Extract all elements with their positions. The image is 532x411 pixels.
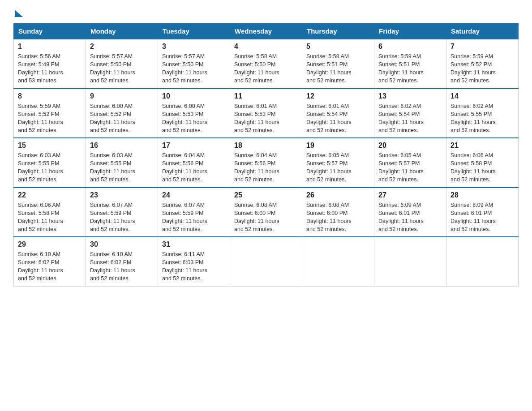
calendar-cell: 1 Sunrise: 5:56 AMSunset: 5:49 PMDayligh… — [14, 39, 86, 89]
day-info: Sunrise: 5:58 AMSunset: 5:51 PMDaylight:… — [306, 53, 352, 84]
day-number: 13 — [378, 92, 442, 100]
day-number: 6 — [378, 43, 442, 51]
day-number: 20 — [378, 141, 442, 150]
calendar-week-row: 15 Sunrise: 6:03 AMSunset: 5:55 PMDaylig… — [14, 138, 519, 188]
calendar-cell: 25 Sunrise: 6:08 AMSunset: 6:00 PMDaylig… — [230, 188, 302, 237]
day-info: Sunrise: 6:07 AMSunset: 5:59 PMDaylight:… — [162, 202, 207, 232]
calendar-cell: 14 Sunrise: 6:02 AMSunset: 5:55 PMDaylig… — [446, 89, 519, 138]
calendar-week-row: 8 Sunrise: 5:59 AMSunset: 5:52 PMDayligh… — [14, 89, 519, 138]
calendar-cell — [446, 237, 519, 286]
weekday-header-monday: Monday — [86, 24, 158, 39]
day-number: 26 — [306, 191, 370, 199]
calendar-table: SundayMondayTuesdayWednesdayThursdayFrid… — [13, 23, 519, 287]
calendar-cell: 15 Sunrise: 6:03 AMSunset: 5:55 PMDaylig… — [14, 138, 86, 188]
day-info: Sunrise: 6:06 AMSunset: 5:58 PMDaylight:… — [18, 202, 63, 232]
day-number: 1 — [18, 43, 82, 51]
day-number: 9 — [90, 92, 154, 100]
calendar-cell: 29 Sunrise: 6:10 AMSunset: 6:02 PMDaylig… — [14, 237, 86, 286]
day-info: Sunrise: 5:59 AMSunset: 5:52 PMDaylight:… — [450, 53, 496, 84]
calendar-cell: 7 Sunrise: 5:59 AMSunset: 5:52 PMDayligh… — [446, 39, 519, 89]
day-number: 2 — [90, 43, 154, 51]
calendar-cell: 27 Sunrise: 6:09 AMSunset: 6:01 PMDaylig… — [374, 188, 446, 237]
weekday-header-wednesday: Wednesday — [230, 24, 302, 39]
day-info: Sunrise: 6:01 AMSunset: 5:54 PMDaylight:… — [306, 103, 352, 133]
day-number: 18 — [234, 141, 298, 150]
day-number: 28 — [450, 191, 514, 199]
weekday-header-thursday: Thursday — [302, 24, 374, 39]
calendar-cell: 16 Sunrise: 6:03 AMSunset: 5:55 PMDaylig… — [86, 138, 158, 188]
calendar-cell: 18 Sunrise: 6:04 AMSunset: 5:56 PMDaylig… — [230, 138, 302, 188]
day-info: Sunrise: 5:57 AMSunset: 5:50 PMDaylight:… — [90, 53, 135, 84]
calendar-header: SundayMondayTuesdayWednesdayThursdayFrid… — [14, 24, 519, 39]
day-number: 23 — [90, 191, 154, 199]
day-number: 12 — [306, 92, 370, 100]
day-info: Sunrise: 6:00 AMSunset: 5:52 PMDaylight:… — [90, 103, 135, 133]
day-number: 15 — [18, 141, 82, 150]
day-number: 24 — [162, 191, 226, 199]
calendar-cell — [302, 237, 374, 286]
day-number: 22 — [18, 191, 82, 199]
calendar-cell: 19 Sunrise: 6:05 AMSunset: 5:57 PMDaylig… — [302, 138, 374, 188]
day-info: Sunrise: 6:05 AMSunset: 5:57 PMDaylight:… — [306, 152, 352, 183]
day-info: Sunrise: 6:01 AMSunset: 5:53 PMDaylight:… — [234, 103, 279, 133]
day-info: Sunrise: 6:02 AMSunset: 5:55 PMDaylight:… — [450, 103, 496, 133]
day-info: Sunrise: 5:57 AMSunset: 5:50 PMDaylight:… — [162, 53, 207, 84]
day-info: Sunrise: 5:59 AMSunset: 5:52 PMDaylight:… — [18, 103, 63, 133]
day-number: 29 — [18, 240, 82, 248]
day-info: Sunrise: 5:59 AMSunset: 5:51 PMDaylight:… — [378, 53, 424, 84]
day-number: 17 — [162, 141, 226, 150]
weekday-header-tuesday: Tuesday — [158, 24, 230, 39]
calendar-week-row: 29 Sunrise: 6:10 AMSunset: 6:02 PMDaylig… — [14, 237, 519, 286]
weekday-header-sunday: Sunday — [14, 24, 86, 39]
day-number: 25 — [234, 191, 298, 199]
day-info: Sunrise: 6:04 AMSunset: 5:56 PMDaylight:… — [234, 152, 279, 183]
calendar-cell: 4 Sunrise: 5:58 AMSunset: 5:50 PMDayligh… — [230, 39, 302, 89]
day-number: 16 — [90, 141, 154, 150]
day-info: Sunrise: 6:11 AMSunset: 6:03 PMDaylight:… — [162, 251, 207, 282]
day-number: 27 — [378, 191, 442, 199]
day-number: 30 — [90, 240, 154, 248]
day-number: 31 — [162, 240, 226, 248]
day-number: 11 — [234, 92, 298, 100]
day-info: Sunrise: 6:00 AMSunset: 5:53 PMDaylight:… — [162, 103, 207, 133]
day-info: Sunrise: 6:02 AMSunset: 5:54 PMDaylight:… — [378, 103, 424, 133]
calendar-cell: 11 Sunrise: 6:01 AMSunset: 5:53 PMDaylig… — [230, 89, 302, 138]
calendar-cell: 21 Sunrise: 6:06 AMSunset: 5:58 PMDaylig… — [446, 138, 519, 188]
calendar-cell: 17 Sunrise: 6:04 AMSunset: 5:56 PMDaylig… — [158, 138, 230, 188]
calendar-cell: 3 Sunrise: 5:57 AMSunset: 5:50 PMDayligh… — [158, 39, 230, 89]
calendar-cell: 20 Sunrise: 6:05 AMSunset: 5:57 PMDaylig… — [374, 138, 446, 188]
calendar-cell: 12 Sunrise: 6:01 AMSunset: 5:54 PMDaylig… — [302, 89, 374, 138]
calendar-cell: 24 Sunrise: 6:07 AMSunset: 5:59 PMDaylig… — [158, 188, 230, 237]
day-info: Sunrise: 5:58 AMSunset: 5:50 PMDaylight:… — [234, 53, 279, 84]
day-number: 14 — [450, 92, 514, 100]
calendar-cell: 22 Sunrise: 6:06 AMSunset: 5:58 PMDaylig… — [14, 188, 86, 237]
calendar-cell — [374, 237, 446, 286]
calendar-cell: 13 Sunrise: 6:02 AMSunset: 5:54 PMDaylig… — [374, 89, 446, 138]
logo-arrow-icon — [15, 10, 23, 17]
calendar-cell: 5 Sunrise: 5:58 AMSunset: 5:51 PMDayligh… — [302, 39, 374, 89]
day-info: Sunrise: 6:09 AMSunset: 6:01 PMDaylight:… — [450, 202, 496, 232]
day-info: Sunrise: 6:03 AMSunset: 5:55 PMDaylight:… — [90, 152, 135, 183]
day-number: 4 — [234, 43, 298, 51]
calendar-cell: 9 Sunrise: 6:00 AMSunset: 5:52 PMDayligh… — [86, 89, 158, 138]
day-number: 19 — [306, 141, 370, 150]
calendar-cell: 31 Sunrise: 6:11 AMSunset: 6:03 PMDaylig… — [158, 237, 230, 286]
weekday-header-friday: Friday — [374, 24, 446, 39]
calendar-cell: 30 Sunrise: 6:10 AMSunset: 6:02 PMDaylig… — [86, 237, 158, 286]
day-info: Sunrise: 6:08 AMSunset: 6:00 PMDaylight:… — [306, 202, 352, 232]
day-info: Sunrise: 6:07 AMSunset: 5:59 PMDaylight:… — [90, 202, 135, 232]
calendar-cell: 23 Sunrise: 6:07 AMSunset: 5:59 PMDaylig… — [86, 188, 158, 237]
day-number: 7 — [450, 43, 514, 51]
page-header — [13, 9, 519, 15]
weekday-header-row: SundayMondayTuesdayWednesdayThursdayFrid… — [14, 24, 519, 39]
calendar-cell: 8 Sunrise: 5:59 AMSunset: 5:52 PMDayligh… — [14, 89, 86, 138]
calendar-week-row: 1 Sunrise: 5:56 AMSunset: 5:49 PMDayligh… — [14, 39, 519, 89]
day-info: Sunrise: 6:06 AMSunset: 5:58 PMDaylight:… — [450, 152, 496, 183]
day-info: Sunrise: 5:56 AMSunset: 5:49 PMDaylight:… — [18, 53, 63, 84]
calendar-cell: 28 Sunrise: 6:09 AMSunset: 6:01 PMDaylig… — [446, 188, 519, 237]
day-number: 10 — [162, 92, 226, 100]
calendar-cell: 10 Sunrise: 6:00 AMSunset: 5:53 PMDaylig… — [158, 89, 230, 138]
day-info: Sunrise: 6:08 AMSunset: 6:00 PMDaylight:… — [234, 202, 279, 232]
calendar-cell: 6 Sunrise: 5:59 AMSunset: 5:51 PMDayligh… — [374, 39, 446, 89]
calendar-cell — [230, 237, 302, 286]
